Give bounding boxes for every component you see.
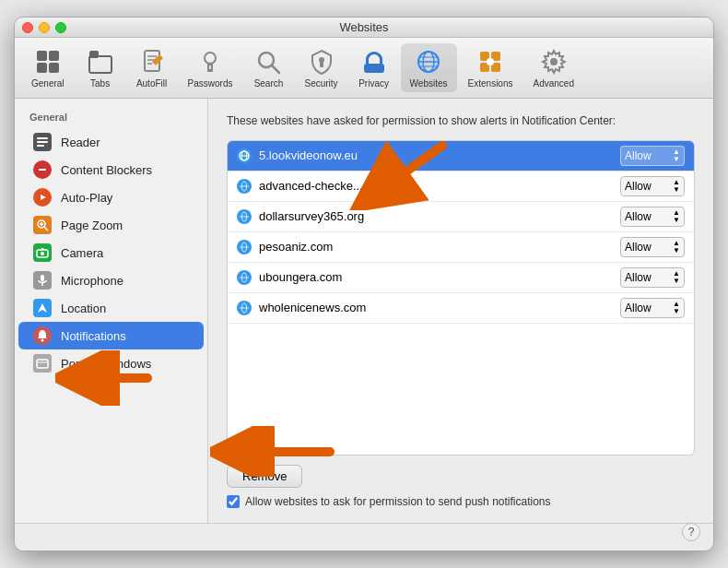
content-area: These websites have asked for permission… (208, 99, 713, 523)
svg-line-14 (272, 65, 279, 73)
window-title: Websites (15, 20, 713, 34)
svg-point-45 (41, 339, 44, 342)
svg-point-10 (205, 53, 216, 64)
toolbar-item-extensions[interactable]: Extensions (459, 43, 523, 92)
permission-select-1[interactable]: Allow ▲▼ (620, 146, 685, 166)
sidebar-section-title: General (15, 108, 207, 128)
advanced-icon (539, 47, 569, 77)
permission-select-4[interactable]: Allow ▲▼ (620, 237, 685, 257)
website-name-3: dollarsurvey365.org (259, 209, 613, 223)
svg-rect-17 (364, 64, 384, 73)
general-icon (33, 47, 63, 77)
toolbar-item-advanced[interactable]: Advanced (523, 43, 582, 92)
minimize-button[interactable] (39, 22, 50, 33)
svg-rect-3 (49, 63, 59, 73)
select-arrows-5: ▲▼ (673, 270, 680, 285)
sidebar-item-location[interactable]: Location (18, 294, 204, 322)
permission-select-2[interactable]: Allow ▲▼ (620, 176, 685, 196)
toolbar-item-tabs[interactable]: Tabs (76, 43, 125, 92)
permission-select-5[interactable]: Allow ▲▼ (620, 267, 685, 288)
globe-icon-5 (237, 270, 252, 285)
toolbar-item-websites[interactable]: Websites (401, 43, 457, 92)
push-notifications-checkbox[interactable] (227, 495, 240, 508)
website-name-6: wholenicenews.com (259, 301, 613, 314)
svg-rect-0 (37, 51, 47, 61)
main-content: General Reader Content Blockers Auto-Pla… (15, 99, 713, 523)
maximize-button[interactable] (55, 22, 66, 33)
sidebar-label-reader: Reader (61, 136, 100, 149)
svg-rect-31 (37, 145, 44, 147)
security-icon (307, 47, 336, 77)
window-bottom-bar: ? (15, 523, 713, 550)
toolbar-label-passwords: Passwords (188, 78, 233, 89)
select-arrows-1: ▲▼ (673, 148, 680, 163)
notifications-icon (33, 326, 52, 345)
sidebar-item-microphone[interactable]: Microphone (18, 266, 204, 294)
website-row-5[interactable]: uboungera.com Allow ▲▼ (228, 263, 694, 293)
toolbar-item-passwords[interactable]: Passwords (179, 43, 242, 92)
globe-icon-6 (237, 301, 252, 315)
sidebar-label-content-blockers: Content Blockers (61, 163, 152, 177)
websites-list: 5.lookvideonow.eu Allow ▲▼ advanced-chec… (227, 140, 695, 456)
permission-value-2: Allow (625, 180, 652, 193)
sidebar-item-auto-play[interactable]: Auto-Play (18, 183, 204, 211)
permission-value-6: Allow (625, 302, 652, 314)
sidebar-label-microphone: Microphone (61, 274, 123, 288)
toolbar-label-search: Search (254, 78, 284, 89)
checkbox-row: Allow websites to ask for permission to … (227, 495, 695, 508)
website-row-4[interactable]: pesoaniz.com Allow ▲▼ (228, 232, 694, 263)
sidebar-item-camera[interactable]: Camera (18, 239, 204, 266)
toolbar-label-general: General (31, 78, 65, 89)
camera-icon (33, 243, 52, 262)
sidebar-item-notifications[interactable]: Notifications (18, 322, 204, 349)
select-arrows-6: ▲▼ (673, 301, 680, 315)
website-row-2[interactable]: advanced-checke... Allow ▲▼ (228, 172, 694, 202)
select-arrows-2: ▲▼ (673, 179, 680, 194)
sidebar-item-popup-windows[interactable]: Pop-up Windows (18, 349, 204, 377)
website-name-5: uboungera.com (259, 270, 613, 284)
website-row-1[interactable]: 5.lookvideonow.eu Allow ▲▼ (228, 141, 694, 172)
toolbar-label-extensions: Extensions (468, 78, 513, 89)
permission-value-3: Allow (625, 210, 652, 223)
main-window: Websites General Tabs AutoFill Password (14, 17, 714, 551)
website-name-2: advanced-checke... (259, 179, 613, 193)
svg-rect-29 (37, 137, 48, 139)
toolbar-item-autofill[interactable]: AutoFill (127, 43, 177, 92)
sidebar-label-notifications: Notifications (61, 329, 126, 343)
sidebar-item-content-blockers[interactable]: Content Blockers (18, 156, 204, 183)
sidebar-item-page-zoom[interactable]: Page Zoom (18, 211, 204, 239)
toolbar-item-general[interactable]: General (22, 43, 74, 92)
help-button[interactable]: ? (682, 523, 700, 541)
svg-point-41 (41, 252, 44, 255)
permission-select-3[interactable]: Allow ▲▼ (620, 207, 685, 227)
content-description: These websites have asked for permission… (227, 113, 695, 129)
select-arrows-3: ▲▼ (673, 209, 680, 224)
svg-point-28 (550, 58, 558, 65)
sidebar-label-auto-play: Auto-Play (61, 191, 112, 205)
toolbar-item-security[interactable]: Security (295, 43, 346, 92)
page-zoom-icon (33, 216, 52, 234)
svg-point-27 (487, 58, 494, 65)
website-row-6[interactable]: wholenicenews.com Allow ▲▼ (228, 293, 694, 324)
toolbar-label-advanced: Advanced (533, 78, 573, 89)
permission-value-5: Allow (625, 271, 652, 284)
auto-play-icon (33, 188, 52, 207)
svg-marker-44 (38, 303, 47, 313)
tabs-icon (86, 47, 115, 77)
sidebar-item-reader[interactable]: Reader (18, 128, 204, 156)
microphone-icon (33, 271, 52, 290)
close-button[interactable] (22, 22, 33, 33)
bottom-controls: Remove Allow websites to ask for permiss… (227, 456, 695, 508)
reader-icon (33, 133, 52, 151)
content-blockers-icon (33, 160, 52, 179)
sidebar-label-page-zoom: Page Zoom (61, 219, 123, 232)
permission-select-6[interactable]: Allow ▲▼ (620, 298, 685, 318)
sidebar-label-location: Location (61, 302, 106, 315)
remove-button[interactable]: Remove (227, 465, 302, 488)
toolbar-item-privacy[interactable]: Privacy (349, 43, 399, 92)
sidebar-label-camera: Camera (61, 246, 103, 260)
toolbar-item-search[interactable]: Search (243, 43, 293, 92)
toolbar-label-tabs: Tabs (90, 78, 110, 89)
website-row-3[interactable]: dollarsurvey365.org Allow ▲▼ (228, 202, 694, 232)
privacy-icon (359, 47, 389, 77)
